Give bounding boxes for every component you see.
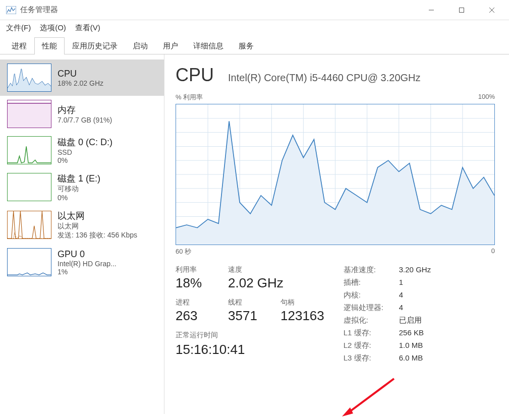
main-panel: CPU Intel(R) Core(TM) i5-4460 CPU@ 3.20G… [164,54,509,414]
sidebar-ethernet-title: 以太网 [58,210,137,222]
tab-users[interactable]: 用户 [155,37,186,54]
virtualization-value: 已启用 [399,316,422,325]
sidebar-ethernet-sub2: 发送: 136 接收: 456 Kbps [58,231,137,240]
processes-label: 进程 [176,298,211,307]
svg-rect-2 [460,8,464,12]
memory-thumb-icon [7,100,51,128]
window-title: 任务管理器 [20,5,58,15]
cores-label: 内核: [344,290,399,300]
base-speed-value: 3.20 GHz [399,265,431,275]
page-title: CPU [176,65,214,86]
chart-ylabel: % 利用率 [176,93,203,102]
chart-xmin: 0 [491,247,495,256]
handles-label: 句柄 [280,298,324,307]
tab-details[interactable]: 详细信息 [186,37,231,54]
sidebar-disk1-sub2: 0% [58,194,100,202]
threads-value: 3571 [228,308,263,324]
ethernet-thumb-icon [7,211,51,239]
sidebar-memory-sub: 7.0/7.7 GB (91%) [58,116,112,124]
tab-services[interactable]: 服务 [231,37,261,54]
uptime-value: 15:16:10:41 [176,342,324,357]
sidebar-gpu-sub: Intel(R) HD Grap... [58,260,117,268]
tab-history[interactable]: 应用历史记录 [65,37,125,54]
tab-processes[interactable]: 进程 [4,37,34,54]
cpu-model: Intel(R) Core(TM) i5-4460 CPU@ 3.20GHz [228,72,421,84]
chart-ymax: 100% [478,93,495,102]
sidebar-disk1-sub: 可移动 [58,185,100,194]
cpu-utilization-chart [176,104,495,245]
cores-value: 4 [399,290,403,300]
chart-xmax: 60 秒 [176,247,191,256]
gpu-thumb-icon [7,248,51,276]
sidebar-item-disk0[interactable]: 磁盘 0 (C: D:) SSD 0% [0,132,164,168]
tab-startup[interactable]: 启动 [125,37,155,54]
speed-value: 2.02 GHz [228,275,284,291]
annotation-arrow-icon [341,376,397,416]
sidebar-disk0-title: 磁盘 0 (C: D:) [58,136,112,148]
sidebar-item-cpu[interactable]: CPU 18% 2.02 GHz [0,59,164,96]
svg-marker-5 [8,69,51,91]
sidebar-gpu-title: GPU 0 [58,249,117,260]
l2-label: L2 缓存: [344,341,399,350]
minimize-button[interactable] [416,1,446,20]
sidebar-item-gpu[interactable]: GPU 0 Intel(R) HD Grap... 1% [0,244,164,280]
base-speed-label: 基准速度: [344,265,399,275]
sockets-label: 插槽: [344,278,399,287]
logical-label: 逻辑处理器: [344,303,399,313]
uptime-label: 正常运行时间 [176,331,324,340]
disk1-thumb-icon [7,173,51,201]
sidebar: CPU 18% 2.02 GHz 内存 7.0/7.7 GB (91%) 磁盘 … [0,54,164,414]
cpu-thumb-icon [7,64,51,92]
processes-value: 263 [176,308,211,324]
titlebar: 任务管理器 [0,0,509,20]
sidebar-disk0-sub2: 0% [58,156,112,164]
tab-performance[interactable]: 性能 [34,37,65,54]
virtualization-label: 虚拟化: [344,316,399,325]
sockets-value: 1 [399,278,403,287]
handles-value: 123163 [280,308,324,324]
maximize-button[interactable] [446,1,477,20]
utilization-value: 18% [176,275,211,291]
tab-bar: 进程 性能 应用历史记录 启动 用户 详细信息 服务 [0,37,509,54]
svg-marker-27 [342,407,353,416]
app-icon [6,6,16,14]
sidebar-item-ethernet[interactable]: 以太网 以太网 发送: 136 接收: 456 Kbps [0,206,164,244]
menubar: 文件(F) 选项(O) 查看(V) [0,20,509,37]
l3-label: L3 缓存: [344,353,399,363]
sidebar-cpu-title: CPU [58,69,103,79]
sidebar-gpu-sub2: 1% [58,268,117,276]
logical-value: 4 [399,303,403,313]
sidebar-disk0-sub: SSD [58,148,112,156]
sidebar-memory-title: 内存 [58,104,112,116]
threads-label: 线程 [228,298,263,307]
speed-label: 速度 [228,265,284,274]
l3-value: 6.0 MB [399,353,423,363]
svg-line-26 [349,379,394,412]
menu-options[interactable]: 选项(O) [40,23,66,33]
disk0-thumb-icon [7,136,51,164]
sidebar-ethernet-sub: 以太网 [58,222,137,231]
sidebar-cpu-sub: 18% 2.02 GHz [58,79,103,87]
l2-value: 1.0 MB [399,341,423,350]
svg-rect-6 [8,103,51,128]
sidebar-disk1-title: 磁盘 1 (E:) [58,172,100,185]
menu-file[interactable]: 文件(F) [6,23,31,33]
menu-view[interactable]: 查看(V) [75,23,100,33]
l1-label: L1 缓存: [344,328,399,338]
utilization-label: 利用率 [176,265,211,274]
svg-rect-0 [6,6,16,14]
sidebar-item-memory[interactable]: 内存 7.0/7.7 GB (91%) [0,96,164,132]
close-button[interactable] [477,1,507,20]
sidebar-item-disk1[interactable]: 磁盘 1 (E:) 可移动 0% [0,168,164,206]
l1-value: 256 KB [399,328,424,338]
